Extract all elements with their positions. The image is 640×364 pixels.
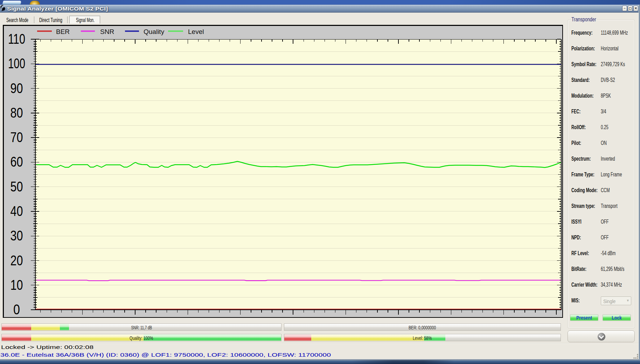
svg-text:100: 100 [8, 56, 25, 71]
svg-text:70: 70 [11, 130, 23, 145]
svg-text:0: 0 [13, 302, 20, 317]
svg-text:110: 110 [8, 31, 25, 47]
svg-text:90: 90 [11, 80, 23, 96]
svg-text:BER: BER [56, 28, 70, 35]
svg-text:50: 50 [11, 179, 23, 194]
svg-text:SNR: SNR [100, 28, 114, 35]
svg-text:10: 10 [11, 277, 23, 293]
svg-text:80: 80 [11, 105, 23, 120]
svg-text:60: 60 [11, 154, 23, 169]
svg-text:30: 30 [11, 228, 23, 243]
svg-text:Quality: Quality [144, 28, 165, 35]
svg-text:40: 40 [11, 203, 23, 219]
svg-text:20: 20 [11, 253, 23, 268]
svg-text:Level: Level [188, 28, 204, 35]
